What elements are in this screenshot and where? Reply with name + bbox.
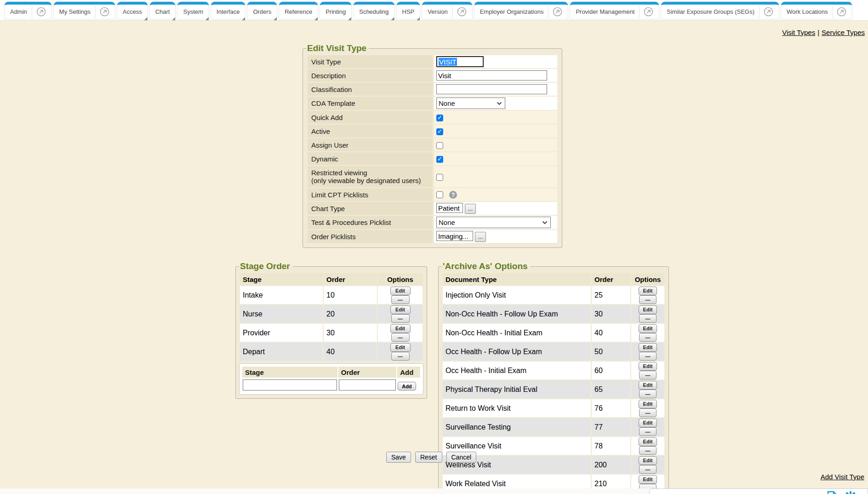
cancel-button[interactable]: Cancel bbox=[446, 452, 477, 463]
reset-button[interactable]: Reset bbox=[415, 452, 442, 463]
classification-input[interactable] bbox=[436, 84, 547, 94]
document-icon[interactable] bbox=[827, 491, 838, 494]
edit-button[interactable]: Edit bbox=[390, 287, 411, 295]
stage-order-fieldset: Stage Order Stage Order Options Intake 1… bbox=[235, 261, 427, 399]
tab-scheduling[interactable]: Scheduling bbox=[354, 2, 394, 19]
tab-interface[interactable]: Interface bbox=[211, 2, 246, 19]
tab-reference[interactable]: Reference bbox=[279, 2, 318, 19]
table-row: Occ Health - Follow Up Exam 50 Edit — bbox=[443, 343, 664, 361]
order-cell: 40 bbox=[324, 343, 377, 361]
cda-template-select[interactable]: None bbox=[436, 98, 505, 109]
order-picklists-browse-button[interactable]: ... bbox=[475, 232, 486, 242]
remove-button[interactable]: — bbox=[639, 427, 657, 436]
tab-hsp[interactable]: HSP bbox=[397, 2, 420, 19]
edit-button[interactable]: Edit bbox=[639, 305, 657, 314]
edit-button[interactable]: Edit bbox=[639, 324, 657, 333]
remove-button[interactable]: — bbox=[391, 314, 410, 323]
tab-similar-exposure-groups[interactable]: Similar Exposure Groups (SEGs) bbox=[661, 2, 779, 19]
edit-button[interactable]: Edit bbox=[639, 400, 657, 408]
edit-button[interactable]: Edit bbox=[390, 324, 411, 333]
tab-label: HSP bbox=[402, 5, 415, 19]
table-row: Intake 10 Edit — bbox=[240, 286, 423, 304]
tab-my-settings[interactable]: My Settings bbox=[54, 2, 115, 19]
open-in-new-icon[interactable] bbox=[95, 6, 109, 18]
form-row: Chart Type ... bbox=[308, 202, 557, 215]
field-label: Visit Type bbox=[308, 55, 433, 68]
open-in-new-icon[interactable] bbox=[639, 6, 653, 18]
tab-provider-management[interactable]: Provider Management bbox=[570, 2, 659, 19]
tab-system[interactable]: System bbox=[177, 2, 208, 19]
open-in-new-icon[interactable] bbox=[452, 6, 467, 18]
new-stage-input[interactable] bbox=[243, 379, 337, 391]
add-stage-button[interactable]: Add bbox=[398, 382, 416, 391]
remove-button[interactable]: — bbox=[639, 295, 657, 304]
active-checkbox[interactable] bbox=[436, 128, 443, 135]
tab-work-locations[interactable]: Work Locations bbox=[781, 2, 852, 19]
field-label: Classification bbox=[308, 83, 433, 96]
open-in-new-icon[interactable] bbox=[32, 6, 46, 18]
edit-button[interactable]: Edit bbox=[639, 456, 657, 465]
remove-button[interactable]: — bbox=[391, 333, 410, 342]
new-stage-order-input[interactable] bbox=[339, 379, 396, 391]
tab-orders[interactable]: Orders bbox=[247, 2, 277, 19]
tab-printing[interactable]: Printing bbox=[320, 2, 351, 19]
remove-button[interactable]: — bbox=[639, 465, 657, 474]
remove-button[interactable]: — bbox=[391, 352, 410, 361]
remove-button[interactable]: — bbox=[639, 352, 657, 361]
edit-button[interactable]: Edit bbox=[639, 287, 657, 295]
tab-employer-organizations[interactable]: Employer Organizations bbox=[474, 2, 568, 19]
edit-button[interactable]: Edit bbox=[639, 362, 657, 371]
tab-access[interactable]: Access bbox=[117, 2, 148, 19]
tab-chart[interactable]: Chart bbox=[150, 2, 176, 19]
edit-button[interactable]: Edit bbox=[639, 419, 657, 427]
limit-cpt-picklists-checkbox[interactable] bbox=[436, 191, 443, 198]
tab-label: Orders bbox=[253, 5, 271, 19]
field-label: Test & Procedures Picklist bbox=[308, 216, 433, 229]
remove-button[interactable]: — bbox=[639, 371, 657, 379]
remove-button[interactable]: — bbox=[391, 295, 410, 304]
remove-button[interactable]: — bbox=[639, 333, 657, 342]
open-in-new-icon[interactable] bbox=[759, 6, 773, 18]
restricted-viewing-checkbox[interactable] bbox=[436, 174, 443, 181]
open-in-new-icon[interactable] bbox=[832, 6, 846, 18]
breadcrumb: Visit Types|Service Types bbox=[782, 29, 865, 36]
tab-label: My Settings bbox=[59, 5, 91, 19]
help-icon[interactable]: ? bbox=[449, 191, 457, 199]
tab-label: Similar Exposure Groups (SEGs) bbox=[667, 5, 754, 19]
chart-type-browse-button[interactable]: ... bbox=[465, 204, 476, 214]
tab-admin[interactable]: Admin bbox=[5, 2, 51, 19]
chart-type-input[interactable] bbox=[436, 203, 463, 213]
dynamic-checkbox[interactable] bbox=[436, 156, 443, 163]
visit-types-link[interactable]: Visit Types bbox=[782, 29, 815, 36]
description-input[interactable] bbox=[436, 70, 547, 80]
service-types-link[interactable]: Service Types bbox=[822, 29, 865, 36]
quick-add-checkbox[interactable] bbox=[436, 115, 443, 121]
column-header: Stage bbox=[240, 273, 323, 285]
column-header: Order bbox=[338, 367, 396, 378]
field-label: Dynamic bbox=[308, 152, 433, 165]
save-button[interactable]: Save bbox=[386, 452, 411, 463]
gear-icon[interactable] bbox=[844, 491, 857, 494]
order-picklists-input[interactable] bbox=[436, 231, 473, 241]
remove-button[interactable]: — bbox=[639, 314, 657, 323]
remove-button[interactable]: — bbox=[639, 390, 657, 398]
table-row: Occ Health - Initial Exam 60 Edit — bbox=[443, 362, 664, 379]
form-row: Visit Type VISIT bbox=[308, 55, 557, 68]
selected-value: None bbox=[439, 99, 455, 107]
assign-user-checkbox[interactable] bbox=[436, 142, 443, 149]
remove-button[interactable]: — bbox=[639, 408, 657, 417]
tab-version[interactable]: Version bbox=[422, 2, 472, 19]
edit-button[interactable]: Edit bbox=[639, 381, 657, 390]
edit-button[interactable]: Edit bbox=[639, 475, 657, 484]
edit-button[interactable]: Edit bbox=[639, 437, 657, 446]
edit-button[interactable]: Edit bbox=[639, 343, 657, 352]
visit-type-input[interactable]: VISIT bbox=[436, 56, 484, 67]
test-procedures-picklist-select[interactable]: None bbox=[436, 217, 551, 228]
open-in-new-icon[interactable] bbox=[548, 6, 562, 18]
add-visit-type-link[interactable]: Add Visit Type bbox=[821, 473, 864, 481]
form-row: Description bbox=[308, 69, 557, 82]
remove-button[interactable]: — bbox=[639, 446, 657, 455]
form-row: Active bbox=[308, 125, 557, 138]
edit-button[interactable]: Edit bbox=[390, 343, 411, 352]
edit-button[interactable]: Edit bbox=[390, 305, 411, 314]
